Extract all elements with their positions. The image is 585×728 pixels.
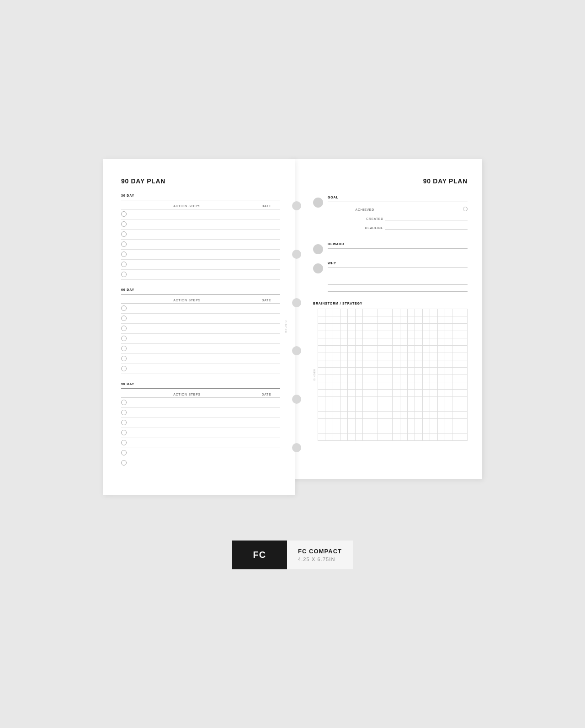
badge-fc-label: FC bbox=[232, 541, 287, 569]
grid-cell bbox=[340, 360, 348, 367]
grid-cell bbox=[437, 389, 445, 396]
row-checkbox bbox=[121, 336, 127, 341]
grid-cell bbox=[437, 426, 445, 433]
grid-cell bbox=[340, 411, 348, 418]
grid-cell bbox=[333, 396, 340, 404]
grid-cell bbox=[363, 433, 370, 440]
table-row bbox=[121, 219, 280, 230]
table-row bbox=[121, 334, 280, 344]
row-checkbox bbox=[121, 366, 127, 371]
reward-circle-row: REWARD bbox=[313, 242, 468, 254]
grid-cell bbox=[445, 433, 452, 440]
col-date-30day: DATE bbox=[253, 204, 280, 208]
grid-cell bbox=[408, 375, 415, 382]
created-label: CREATED bbox=[366, 217, 383, 220]
grid-cell bbox=[400, 411, 407, 418]
achieved-circle bbox=[463, 207, 468, 211]
grid-cell bbox=[333, 411, 340, 418]
grid-cell bbox=[430, 331, 437, 338]
grid-cell bbox=[318, 426, 325, 433]
grid-cell bbox=[370, 375, 378, 382]
grid-cell bbox=[422, 353, 430, 360]
grid-cell bbox=[445, 360, 452, 367]
grid-cell bbox=[445, 418, 452, 426]
grid-cell bbox=[422, 411, 430, 418]
grid-cell bbox=[437, 367, 445, 375]
grid-cell bbox=[452, 316, 460, 323]
grid-cell bbox=[318, 316, 325, 323]
grid-cell bbox=[355, 418, 362, 426]
grid-cell bbox=[408, 338, 415, 345]
grid-cell bbox=[325, 309, 333, 316]
grid-cell bbox=[400, 345, 407, 353]
grid-cell bbox=[437, 396, 445, 404]
grid-cell bbox=[393, 411, 400, 418]
grid-cell bbox=[415, 411, 422, 418]
grid-cell bbox=[340, 396, 348, 404]
grid-cell bbox=[400, 426, 407, 433]
grid-cell bbox=[318, 360, 325, 367]
grid-cell bbox=[437, 331, 445, 338]
grid-cell bbox=[400, 360, 407, 367]
grid-cell bbox=[437, 375, 445, 382]
grid-cell bbox=[348, 396, 355, 404]
grid-cell bbox=[437, 316, 445, 323]
grid-cell bbox=[437, 323, 445, 331]
grid-cell bbox=[318, 323, 325, 331]
ring-hole bbox=[292, 298, 301, 307]
grid-cell bbox=[325, 418, 333, 426]
grid-cell bbox=[408, 323, 415, 331]
grid-cell bbox=[325, 404, 333, 411]
grid-cell bbox=[348, 309, 355, 316]
badge-area: FC FC COMPACT 4.25 X 6.75IN bbox=[232, 541, 353, 569]
grid-cell bbox=[363, 345, 370, 353]
grid-cell bbox=[460, 323, 467, 331]
row-checkbox bbox=[121, 420, 127, 425]
grid-cell bbox=[393, 367, 400, 375]
grid-cell bbox=[460, 389, 467, 396]
grid-cell bbox=[363, 323, 370, 331]
grid-cell bbox=[460, 360, 467, 367]
grid-cell bbox=[415, 309, 422, 316]
grid-cell bbox=[333, 331, 340, 338]
grid-cell bbox=[437, 404, 445, 411]
brainstorm-label: BRAINSTORM / STRATEGY bbox=[313, 302, 468, 305]
grid-cell bbox=[445, 345, 452, 353]
grid-cell bbox=[370, 367, 378, 375]
grid-cell bbox=[348, 338, 355, 345]
table-row bbox=[121, 324, 280, 334]
section-90day: 90 DAY ACTION STEPS DATE bbox=[121, 382, 280, 468]
grid-cell bbox=[437, 411, 445, 418]
created-field: CREATED bbox=[328, 214, 468, 220]
grid-cell bbox=[422, 433, 430, 440]
grid-cell bbox=[355, 353, 362, 360]
grid-cell bbox=[400, 389, 407, 396]
grid-cell bbox=[355, 411, 362, 418]
grid-cell bbox=[378, 309, 385, 316]
grid-cell bbox=[408, 331, 415, 338]
grid-cell bbox=[445, 331, 452, 338]
grid-cell bbox=[430, 404, 437, 411]
grid-cell bbox=[378, 316, 385, 323]
col-action-90day: ACTION STEPS bbox=[121, 393, 253, 396]
row-checkbox bbox=[121, 440, 127, 445]
grid-cell bbox=[370, 411, 378, 418]
badge-info: FC COMPACT 4.25 X 6.75IN bbox=[287, 541, 353, 569]
grid-cell bbox=[348, 323, 355, 331]
grid-cell bbox=[325, 382, 333, 389]
grid-cell bbox=[437, 338, 445, 345]
grid-cell bbox=[385, 404, 393, 411]
grid-cell bbox=[385, 382, 393, 389]
grid-cell bbox=[378, 433, 385, 440]
table-row bbox=[121, 209, 280, 219]
section-60day-label: 60 DAY bbox=[121, 288, 280, 291]
grid-cell bbox=[400, 367, 407, 375]
row-checkbox bbox=[121, 211, 127, 217]
grid-cell bbox=[340, 389, 348, 396]
grid-cell bbox=[445, 382, 452, 389]
grid-cell bbox=[340, 418, 348, 426]
grid-cell bbox=[385, 426, 393, 433]
grid-cell bbox=[452, 323, 460, 331]
grid-cell bbox=[348, 367, 355, 375]
grid-cell bbox=[452, 360, 460, 367]
